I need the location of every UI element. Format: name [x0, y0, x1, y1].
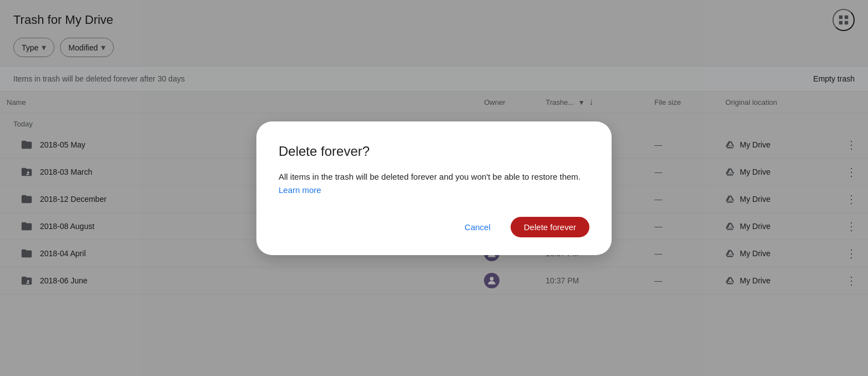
delete-forever-modal: Delete forever? All items in the trash w…	[256, 121, 612, 255]
modal-body: All items in the trash will be deleted f…	[279, 170, 589, 197]
delete-forever-button[interactable]: Delete forever	[511, 217, 589, 237]
modal-overlay: Delete forever? All items in the trash w…	[0, 0, 868, 376]
modal-body-text: All items in the trash will be deleted f…	[279, 172, 581, 181]
modal-title: Delete forever?	[279, 144, 589, 159]
cancel-button[interactable]: Cancel	[453, 217, 502, 237]
modal-actions: Cancel Delete forever	[279, 217, 589, 237]
learn-more-link[interactable]: Learn more	[279, 185, 321, 195]
